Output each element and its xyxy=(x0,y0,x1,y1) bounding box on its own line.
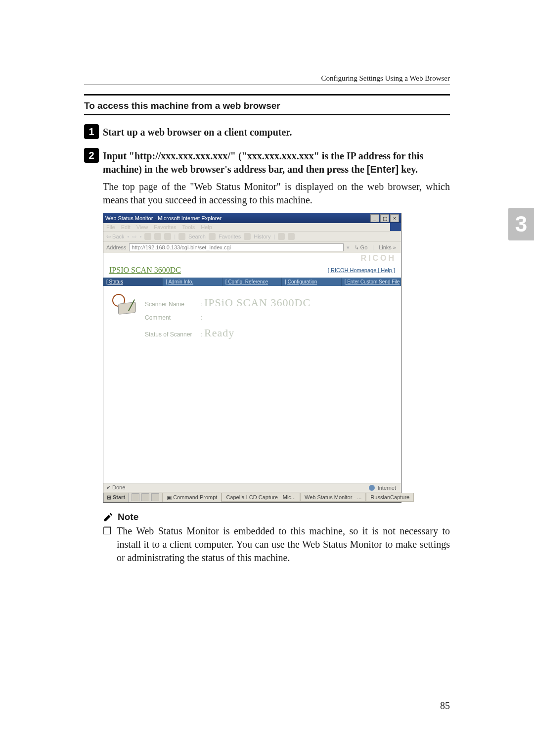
address-bar: Address http://192.168.0.133/cgi-bin/set… xyxy=(103,242,401,253)
content-area: Scanner Name : IPSiO SCAN 3600DC Comment… xyxy=(103,286,401,483)
taskbar: ⊞ Start ▣ Command Prompt Capella LCD Cap… xyxy=(103,492,401,502)
menu-favorites[interactable]: Favorites xyxy=(154,224,176,230)
start-button[interactable]: ⊞ Start xyxy=(103,493,129,502)
minimize-button[interactable]: _ xyxy=(370,214,379,222)
status-left: ✔ Done xyxy=(106,484,125,490)
history-label[interactable]: History xyxy=(254,234,270,239)
brand-bar: RICOH xyxy=(103,253,401,264)
comment-value: : xyxy=(201,314,202,321)
step1-text: Start up a web browser on a client compu… xyxy=(103,127,292,138)
mail-icon[interactable] xyxy=(278,233,285,240)
step2-paragraph: The top page of the "Web Status Monitor"… xyxy=(103,180,450,207)
task-item-cmd[interactable]: ▣ Command Prompt xyxy=(162,493,222,502)
kv-label: Scanner Name xyxy=(145,299,199,310)
model-row: IPSIO SCAN 3600DC [ RICOH Homepage | Hel… xyxy=(103,264,401,278)
note-label: Note xyxy=(118,512,138,522)
favorites-icon[interactable] xyxy=(209,233,216,240)
maximize-button[interactable]: ▢ xyxy=(380,214,389,222)
search-label[interactable]: Search xyxy=(188,234,206,239)
pencil-icon xyxy=(103,512,114,522)
step-number-badge: 2 xyxy=(84,148,99,163)
ql-icon[interactable] xyxy=(151,493,159,501)
menu-file[interactable]: File xyxy=(106,224,115,230)
page-content: Configuring Settings Using a Web Browser… xyxy=(84,74,450,565)
search-icon[interactable] xyxy=(178,233,185,240)
step2-text-b: key. xyxy=(399,164,418,175)
task-item-russiancapture[interactable]: RussianCapture xyxy=(366,493,414,502)
kv-label: Status of Scanner xyxy=(145,330,199,340)
brand-logo: RICOH xyxy=(360,254,396,263)
history-icon[interactable] xyxy=(244,233,251,240)
step-body: Start up a web browser on a client compu… xyxy=(103,124,450,139)
task-item-wsm[interactable]: Web Status Monitor - ... xyxy=(300,493,366,502)
status-bar: ✔ Done Internet xyxy=(103,483,401,492)
menu-tools[interactable]: Tools xyxy=(182,224,195,230)
stop-icon[interactable] xyxy=(144,233,151,240)
page-number: 85 xyxy=(440,700,450,711)
scanner-icon xyxy=(112,293,136,315)
tab-strip: [ Status [ Admin Info. [ Config. Referen… xyxy=(103,278,401,286)
menu-help[interactable]: Help xyxy=(201,224,212,230)
section-heading: To access this machine from a web browse… xyxy=(84,94,450,115)
menu-bar: File Edit View Favorites Tools Help xyxy=(103,223,401,231)
go-button[interactable]: ↳ Go xyxy=(353,244,370,251)
step-row: 1 Start up a web browser on a client com… xyxy=(84,124,450,139)
tab-config-reference[interactable]: [ Config. Reference xyxy=(222,278,282,286)
address-input[interactable]: http://192.168.0.133/cgi-bin/set_index.c… xyxy=(129,243,343,251)
home-icon[interactable] xyxy=(164,233,171,240)
tab-admin-info[interactable]: [ Admin Info. xyxy=(163,278,222,286)
quick-launch xyxy=(129,492,162,502)
enter-key-label: [Enter] xyxy=(367,164,399,175)
status-right: Internet xyxy=(378,485,396,491)
window-title: Web Status Monitor - Microsoft Internet … xyxy=(105,215,222,221)
step-number-badge: 1 xyxy=(84,124,99,139)
scanner-info: Scanner Name : IPSiO SCAN 3600DC Comment… xyxy=(145,293,311,343)
ql-icon[interactable] xyxy=(132,493,139,501)
back-button[interactable]: ⇦ Back xyxy=(106,234,125,240)
note-text: The Web Status Monitor is embedded to th… xyxy=(117,524,450,565)
refresh-icon[interactable] xyxy=(154,233,161,240)
note-heading: Note xyxy=(103,512,450,522)
note-block: Note ❐ The Web Status Monitor is embedde… xyxy=(103,512,450,565)
tab-status[interactable]: [ Status xyxy=(103,278,163,286)
internet-zone-icon xyxy=(369,485,375,491)
running-header: Configuring Settings Using a Web Browser xyxy=(84,74,450,85)
task-item-capella[interactable]: Capella LCD Capture - Mic... xyxy=(222,493,300,502)
scanner-name-value: IPSiO SCAN 3600DC xyxy=(204,296,311,309)
toolbar: ⇦ Back • ⇨ • | Search Favorites History … xyxy=(103,231,401,242)
address-label: Address xyxy=(106,244,126,250)
step-row: 2 Input "http://xxx.xxx.xxx.xxx/" ("xxx.… xyxy=(84,148,450,176)
kv-label: Comment xyxy=(145,313,199,324)
menu-view[interactable]: View xyxy=(136,224,148,230)
note-item: ❐ The Web Status Monitor is embedded to … xyxy=(103,524,450,565)
note-bullet: ❐ xyxy=(103,524,112,565)
model-name[interactable]: IPSIO SCAN 3600DC xyxy=(109,266,181,275)
step-body: Input "http://xxx.xxx.xxx.xxx/" ("xxx.xx… xyxy=(103,148,450,176)
forward-button[interactable]: ⇨ xyxy=(132,234,136,240)
favorites-label[interactable]: Favorites xyxy=(219,234,241,239)
print-icon[interactable] xyxy=(288,233,295,240)
links-button[interactable]: Links » xyxy=(377,244,398,250)
window-buttons: _ ▢ × xyxy=(370,214,399,222)
ql-icon[interactable] xyxy=(141,493,149,501)
tab-configuration[interactable]: [ Configuration xyxy=(282,278,341,286)
tab-custom-send-file[interactable]: [ Enter Custom Send File xyxy=(342,278,401,286)
scanner-status-value: Ready xyxy=(204,327,234,339)
browser-window: Web Status Monitor - Microsoft Internet … xyxy=(103,213,401,503)
chapter-tab: 3 xyxy=(508,208,534,240)
top-links[interactable]: [ RICOH Homepage | Help ] xyxy=(328,267,395,273)
close-button[interactable]: × xyxy=(390,214,399,222)
menu-edit[interactable]: Edit xyxy=(121,224,131,230)
window-titlebar: Web Status Monitor - Microsoft Internet … xyxy=(103,213,401,223)
